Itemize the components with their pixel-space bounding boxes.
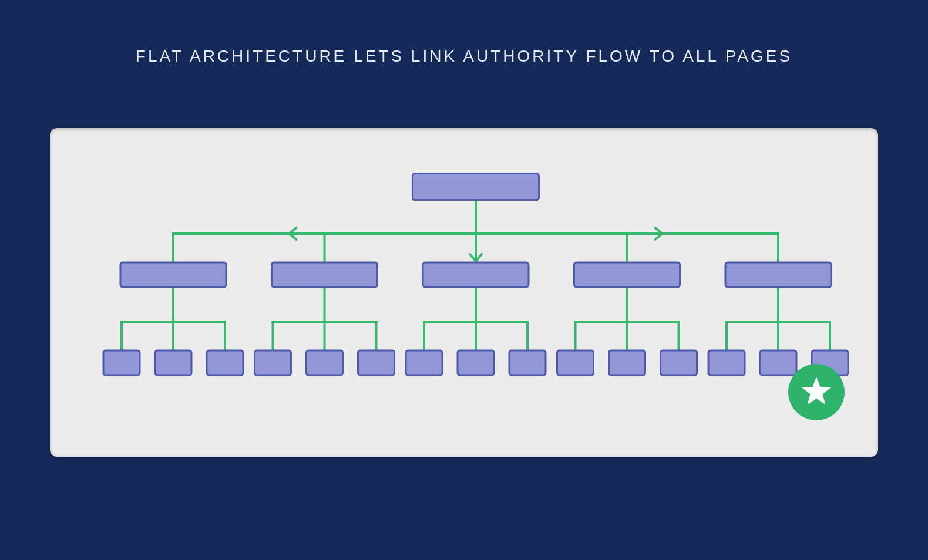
node-level2-3-2	[661, 350, 697, 375]
node-level2-0-1	[155, 350, 191, 375]
node-level2-3-1	[609, 350, 645, 375]
diagram-title: FLAT ARCHITECTURE LETS LINK AUTHORITY FL…	[0, 47, 928, 66]
node-level1-1	[272, 262, 378, 287]
node-level2-4-0	[708, 350, 745, 375]
diagram-canvas	[50, 128, 878, 457]
node-level2-0-0	[103, 350, 140, 375]
node-level1-0	[120, 262, 226, 287]
node-level2-2-1	[458, 350, 494, 375]
node-level2-4-1	[760, 350, 796, 375]
node-level2-1-2	[358, 350, 395, 375]
node-level1-2	[423, 262, 529, 287]
node-root	[413, 174, 539, 200]
node-level2-3-0	[557, 350, 594, 375]
node-level2-2-2	[509, 350, 546, 375]
node-level2-1-0	[255, 350, 291, 375]
node-level1-3	[574, 262, 680, 287]
node-level2-2-0	[406, 350, 442, 375]
node-level1-4	[725, 262, 831, 287]
node-level2-0-2	[207, 350, 243, 375]
hierarchy-diagram	[50, 128, 878, 457]
node-level2-1-1	[307, 350, 343, 375]
